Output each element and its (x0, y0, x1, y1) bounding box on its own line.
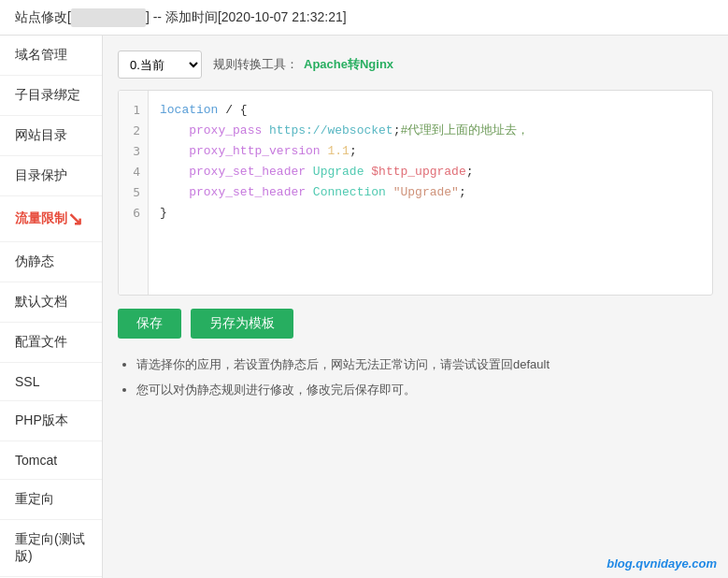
sidebar-item-traffic[interactable]: 流量限制 ↘ (0, 196, 102, 242)
toolbar: 0.当前 1.备份1 2.备份2 规则转换工具： Apache转Nginx (118, 51, 713, 79)
sidebar-item-label: 配置文件 (15, 334, 67, 351)
sidebar-item-label: 子目录绑定 (15, 87, 80, 104)
sidebar-item-php[interactable]: PHP版本 (0, 401, 102, 441)
save-as-template-button[interactable]: 另存为模板 (191, 309, 293, 339)
sidebar-item-redirect[interactable]: 重定向 (0, 480, 102, 520)
save-button[interactable]: 保存 (118, 309, 181, 339)
sidebar-item-pseudo[interactable]: 伪静态 (0, 242, 102, 282)
tip-item: 请选择你的应用，若设置伪静态后，网站无法正常访问，请尝试设置回default (136, 354, 713, 375)
sidebar-item-label: PHP版本 (15, 412, 68, 429)
sidebar-item-ssl[interactable]: SSL (0, 363, 102, 401)
tip-item: 您可以对伪静态规则进行修改，修改完后保存即可。 (136, 379, 713, 400)
rule-converter: 规则转换工具： Apache转Nginx (213, 56, 393, 73)
line-number: 3 (126, 141, 140, 162)
main-content: 0.当前 1.备份1 2.备份2 规则转换工具： Apache转Nginx 1 … (103, 36, 728, 578)
page-header: 站点修改[ ] -- 添加时间[2020-10-07 21:32:21] (0, 0, 728, 36)
sidebar-item-tomcat[interactable]: Tomcat (0, 441, 102, 480)
line-numbers: 1 2 3 4 5 6 (119, 91, 149, 295)
button-row: 保存 另存为模板 (118, 309, 713, 339)
sidebar-item-domain[interactable]: 域名管理 (0, 36, 102, 76)
header-title: 站点修改[ (15, 9, 71, 26)
sidebar-item-redirect-test[interactable]: 重定向(测试版) (0, 520, 102, 577)
sidebar-item-label: 伪静态 (15, 253, 54, 270)
sidebar-item-label: 流量限制 (15, 210, 67, 227)
rule-converter-link[interactable]: Apache转Nginx (304, 56, 393, 73)
sidebar-item-label: 默认文档 (15, 294, 67, 311)
sidebar-item-webroot[interactable]: 网站目录 (0, 116, 102, 156)
version-select-wrapper: 0.当前 1.备份1 2.备份2 (118, 51, 202, 79)
sidebar-item-label: 重定向(测试版) (15, 531, 87, 565)
sidebar-item-subdir[interactable]: 子目录绑定 (0, 76, 102, 116)
watermark: blog.qvnidaye.com (607, 556, 717, 571)
header-site-name (71, 8, 146, 27)
line-number: 4 (126, 162, 140, 182)
sidebar-item-label: 网站目录 (15, 127, 67, 144)
code-text[interactable]: location / { proxy_pass https://websocke… (149, 91, 712, 295)
version-select[interactable]: 0.当前 1.备份1 2.备份2 (118, 51, 202, 79)
tips-list: 请选择你的应用，若设置伪静态后，网站无法正常访问，请尝试设置回default 您… (118, 354, 713, 401)
line-number: 1 (126, 100, 140, 121)
tip-text-1: 请选择你的应用，若设置伪静态后，网站无法正常访问，请尝试设置回default (136, 357, 550, 371)
sidebar-item-config[interactable]: 配置文件 (0, 323, 102, 363)
line-number: 5 (126, 182, 140, 203)
sidebar-item-label: 目录保护 (15, 167, 67, 184)
traffic-arrow-icon: ↘ (67, 208, 83, 230)
sidebar-item-label: 重定向 (15, 491, 54, 508)
sidebar-item-dirprotect[interactable]: 目录保护 (0, 156, 102, 196)
sidebar-item-label: 域名管理 (15, 47, 67, 64)
header-title-end: ] -- 添加时间[2020-10-07 21:32:21] (146, 9, 347, 26)
tip-text-2: 您可以对伪静态规则进行修改，修改完后保存即可。 (136, 383, 416, 397)
tips-section: 请选择你的应用，若设置伪静态后，网站无法正常访问，请尝试设置回default 您… (118, 354, 713, 401)
line-number: 2 (126, 121, 140, 141)
code-editor[interactable]: 1 2 3 4 5 6 location / { proxy_pass http… (118, 90, 713, 296)
sidebar-item-default[interactable]: 默认文档 (0, 282, 102, 323)
sidebar-item-label: SSL (15, 374, 39, 389)
main-container: 域名管理 子目录绑定 网站目录 目录保护 流量限制 ↘ 伪静态 默认文档 配置文… (0, 36, 728, 578)
sidebar-item-label: Tomcat (15, 453, 57, 468)
line-number: 6 (126, 203, 140, 224)
rule-converter-label: 规则转换工具： (213, 56, 298, 73)
sidebar: 域名管理 子目录绑定 网站目录 目录保护 流量限制 ↘ 伪静态 默认文档 配置文… (0, 36, 103, 578)
